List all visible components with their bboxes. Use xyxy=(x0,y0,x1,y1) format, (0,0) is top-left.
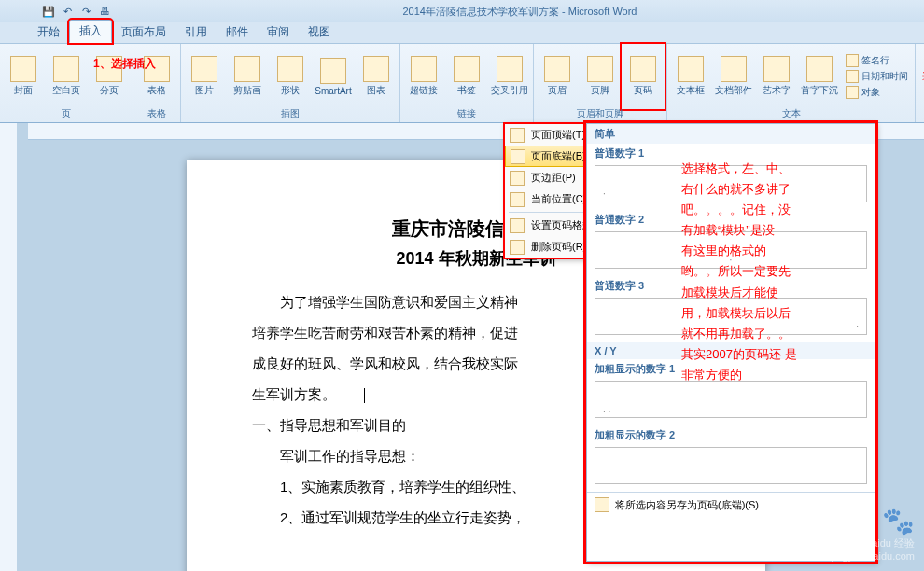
ribbon: 封面 空白页 分页 页 表格 表格 图片 剪贴画 形状 SmartArt 图表 … xyxy=(0,43,924,123)
tab-home[interactable]: 开始 xyxy=(28,21,69,43)
window-title: 2014年涪陵信息技术学校军训方案 - Microsoft Word xyxy=(116,5,924,19)
picture-button[interactable]: 图片 xyxy=(185,46,224,107)
remove-icon xyxy=(510,240,525,255)
table-button[interactable]: 表格 xyxy=(137,46,176,107)
format-icon xyxy=(510,218,525,233)
tab-insert[interactable]: 插入 xyxy=(69,20,112,43)
bookmark-button[interactable]: 书签 xyxy=(447,46,486,107)
page-bottom-icon xyxy=(511,149,525,164)
smartart-button[interactable]: SmartArt xyxy=(314,46,353,107)
object-button[interactable]: 对象 xyxy=(843,85,911,100)
clipart-button[interactable]: 剪贴画 xyxy=(228,46,267,107)
gallery-item-bold-1[interactable]: . . xyxy=(595,381,867,418)
datetime-button[interactable]: 日期和时间 xyxy=(843,69,911,84)
wordart-button[interactable]: 艺术字 xyxy=(757,46,796,107)
annotation-1: 1、选择插入 xyxy=(93,56,156,72)
page-break-button[interactable]: 分页 xyxy=(90,46,129,107)
gallery-item-bold-2[interactable] xyxy=(595,447,867,484)
tab-layout[interactable]: 页面布局 xyxy=(112,21,175,43)
text-cursor xyxy=(364,388,365,403)
chart-button[interactable]: 图表 xyxy=(357,46,396,107)
tab-mailings[interactable]: 邮件 xyxy=(217,21,258,43)
page-margin-icon xyxy=(510,171,525,186)
paw-icon: 🐾 xyxy=(832,506,915,536)
redo-icon[interactable]: ↷ xyxy=(78,4,93,19)
shapes-button[interactable]: 形状 xyxy=(271,46,310,107)
dropcap-button[interactable]: 首字下沉 xyxy=(800,46,839,107)
vertical-ruler xyxy=(0,123,17,571)
gallery-heading-simple: 简单 xyxy=(587,124,875,144)
cover-page-button[interactable]: 封面 xyxy=(4,46,43,107)
undo-icon[interactable]: ↶ xyxy=(60,4,75,19)
header-button[interactable]: 页眉 xyxy=(538,46,577,107)
page-top-icon xyxy=(510,128,525,143)
tab-review[interactable]: 审阅 xyxy=(258,21,299,43)
ribbon-tabs: 开始 插入 页面布局 引用 邮件 审阅 视图 xyxy=(0,22,924,43)
signature-button[interactable]: 签名行 xyxy=(843,53,911,68)
select-pagenum-label: 选择页码 xyxy=(919,69,924,84)
gallery-item-label: 加粗显示的数字 2 xyxy=(587,425,875,445)
save-icon[interactable]: 💾 xyxy=(41,4,56,19)
hyperlink-button[interactable]: 超链接 xyxy=(404,46,443,107)
tab-view[interactable]: 视图 xyxy=(299,21,340,43)
watermark: 🐾 Baidu 经验 jingyan.baidu.com xyxy=(832,506,915,562)
print-icon[interactable]: 🖶 xyxy=(97,4,112,19)
quickparts-button[interactable]: 文档部件 xyxy=(714,46,753,107)
current-pos-icon xyxy=(510,192,525,207)
crossref-button[interactable]: 交叉引用 xyxy=(490,46,529,107)
tutorial-note: 选择格式，左、中、 右什么的就不多讲了 吧。。。。记住，没 有加载“模块”是没 … xyxy=(681,159,826,385)
textbox-button[interactable]: 文本框 xyxy=(671,46,710,107)
footer-button[interactable]: 页脚 xyxy=(581,46,620,107)
blank-page-button[interactable]: 空白页 xyxy=(47,46,86,107)
tab-references[interactable]: 引用 xyxy=(175,21,217,43)
save-icon xyxy=(595,497,609,512)
page-number-button[interactable]: 页码 xyxy=(623,46,663,107)
